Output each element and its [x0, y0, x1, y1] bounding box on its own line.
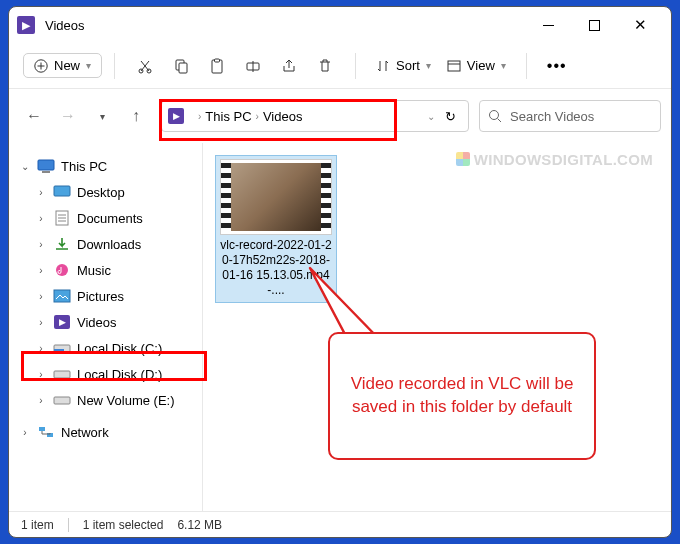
chevron-right-icon: ›: [35, 343, 47, 354]
videos-app-icon: ▶: [17, 16, 35, 34]
disk-icon: [53, 340, 71, 356]
address-bar[interactable]: ▶ › This PC › Videos ⌄ ↻: [161, 100, 469, 132]
disk-icon: [53, 366, 71, 382]
copy-button[interactable]: [163, 51, 199, 81]
arrow-right-icon: →: [60, 107, 76, 125]
share-button[interactable]: [271, 51, 307, 81]
chevron-down-icon: ▾: [426, 60, 431, 71]
sidebar-item-desktop[interactable]: › Desktop: [13, 179, 198, 205]
chevron-right-icon: ›: [35, 265, 47, 276]
copy-icon: [173, 58, 189, 74]
share-icon: [281, 58, 297, 74]
sidebar-item-documents[interactable]: › Documents: [13, 205, 198, 231]
close-icon: ✕: [634, 16, 647, 34]
svg-line-16: [498, 119, 502, 123]
plus-icon: [34, 59, 48, 73]
sidebar-item-videos[interactable]: › ▶ Videos: [13, 309, 198, 335]
svg-point-15: [490, 111, 499, 120]
chevron-right-icon: ›: [35, 395, 47, 406]
chevron-down-icon[interactable]: ⌄: [427, 111, 435, 122]
status-count: 1 item: [21, 518, 54, 532]
svg-rect-1: [589, 20, 599, 30]
svg-rect-8: [179, 63, 187, 73]
sidebar-item-network[interactable]: › Network: [13, 419, 198, 445]
annotation-callout: Video recorded in VLC will be saved in t…: [328, 332, 596, 460]
minimize-icon: [543, 20, 554, 31]
chevron-right-icon: ›: [35, 187, 47, 198]
trash-icon: [317, 58, 333, 74]
paste-icon: [209, 58, 225, 74]
sort-icon: [376, 59, 390, 73]
forward-button[interactable]: →: [53, 101, 83, 131]
sidebar-item-disk-c[interactable]: › Local Disk (C:): [13, 335, 198, 361]
maximize-button[interactable]: [571, 7, 617, 43]
recent-button[interactable]: ▾: [87, 101, 117, 131]
new-button[interactable]: New ▾: [23, 53, 102, 78]
view-button[interactable]: View ▾: [439, 54, 514, 77]
svg-rect-19: [54, 186, 70, 196]
desktop-icon: [53, 184, 71, 200]
scissors-icon: [137, 58, 153, 74]
up-button[interactable]: ↑: [121, 101, 151, 131]
statusbar: 1 item 1 item selected 6.12 MB: [9, 511, 671, 537]
breadcrumb-root[interactable]: This PC: [205, 109, 251, 124]
breadcrumb-folder[interactable]: Videos: [263, 109, 303, 124]
svg-rect-25: [54, 290, 70, 302]
sort-button[interactable]: Sort ▾: [368, 54, 439, 77]
disk-icon: [53, 392, 71, 408]
chevron-right-icon: ›: [35, 291, 47, 302]
separator: [355, 53, 356, 79]
arrow-left-icon: ←: [26, 107, 42, 125]
chevron-down-icon: ▾: [100, 111, 105, 122]
search-icon: [488, 109, 502, 123]
paste-button[interactable]: [199, 51, 235, 81]
nav-row: ← → ▾ ↑ ▶ › This PC › Videos ⌄ ↻ Search …: [9, 89, 671, 143]
svg-rect-30: [39, 427, 45, 431]
rename-icon: [245, 58, 261, 74]
minimize-button[interactable]: [525, 7, 571, 43]
chevron-down-icon: ▾: [86, 60, 91, 71]
delete-button[interactable]: [307, 51, 343, 81]
watermark-logo-icon: [456, 152, 470, 166]
svg-rect-10: [215, 59, 220, 62]
pictures-icon: [53, 288, 71, 304]
svg-rect-17: [38, 160, 54, 170]
chevron-down-icon: ⌄: [19, 161, 31, 172]
rename-button[interactable]: [235, 51, 271, 81]
sidebar-item-disk-d[interactable]: › Local Disk (D:): [13, 361, 198, 387]
chevron-right-icon: ›: [35, 239, 47, 250]
sidebar-item-disk-e[interactable]: › New Volume (E:): [13, 387, 198, 413]
chevron-right-icon: ›: [35, 213, 47, 224]
ellipsis-icon: •••: [547, 57, 567, 74]
video-thumbnail: [221, 160, 331, 234]
sidebar-item-this-pc[interactable]: ⌄ This PC: [13, 153, 198, 179]
separator: [114, 53, 115, 79]
chevron-right-icon: ›: [35, 317, 47, 328]
documents-icon: [53, 210, 71, 226]
refresh-button[interactable]: ↻: [445, 109, 456, 124]
sidebar: ⌄ This PC › Desktop › Documents › Downlo…: [9, 143, 203, 511]
network-icon: [37, 424, 55, 440]
music-icon: [53, 262, 71, 278]
status-selected: 1 item selected: [83, 518, 164, 532]
svg-rect-29: [54, 397, 70, 404]
toolbar: New ▾ Sort ▾ View ▾ •••: [9, 43, 671, 89]
videos-icon: ▶: [53, 314, 71, 330]
cut-button[interactable]: [127, 51, 163, 81]
svg-point-24: [56, 264, 68, 276]
close-button[interactable]: ✕: [617, 7, 663, 43]
status-size: 6.12 MB: [177, 518, 222, 532]
sidebar-item-pictures[interactable]: › Pictures: [13, 283, 198, 309]
sidebar-item-music[interactable]: › Music: [13, 257, 198, 283]
svg-rect-28: [54, 371, 70, 378]
back-button[interactable]: ←: [19, 101, 49, 131]
sidebar-item-downloads[interactable]: › Downloads: [13, 231, 198, 257]
search-input[interactable]: Search Videos: [479, 100, 661, 132]
chevron-down-icon: ▾: [501, 60, 506, 71]
svg-rect-13: [448, 61, 460, 71]
chevron-right-icon: ›: [35, 369, 47, 380]
more-button[interactable]: •••: [539, 57, 575, 75]
downloads-icon: [53, 236, 71, 252]
window-title: Videos: [45, 18, 525, 33]
titlebar: ▶ Videos ✕: [9, 7, 671, 43]
